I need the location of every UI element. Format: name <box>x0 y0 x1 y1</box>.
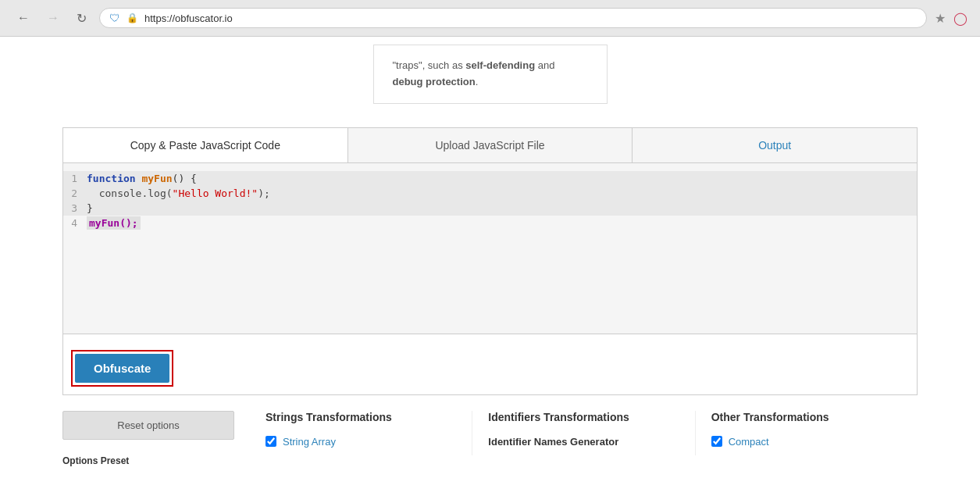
desc-text-after: . <box>476 76 479 87</box>
code-content-4: myFun(); <box>87 217 141 229</box>
reset-options-button[interactable]: Reset options <box>62 411 234 440</box>
tabs-container: Copy & Paste JavaScript Code Upload Java… <box>62 127 918 162</box>
obfuscate-button[interactable]: Obfuscate <box>75 354 169 383</box>
line-number-3: 3 <box>63 202 87 214</box>
description-card: "traps", such as self-defending and debu… <box>373 45 608 104</box>
other-transformations-title: Other Transformations <box>711 411 902 423</box>
string-array-checkbox[interactable] <box>265 436 276 447</box>
identifier-names-generator-label: Identifier Names Generator <box>488 436 679 448</box>
forward-button[interactable]: → <box>42 9 64 27</box>
compact-checkbox[interactable] <box>711 436 722 447</box>
tab-upload[interactable]: Upload JavaScript File <box>348 128 633 162</box>
main-container: Copy & Paste JavaScript Code Upload Java… <box>0 120 980 490</box>
bookmark-icon[interactable]: ★ <box>935 11 946 26</box>
browser-chrome: ← → ↻ 🛡 🔒 https://obfuscator.io ★ ◯ <box>0 0 980 37</box>
code-line-1: 1 function myFun() { <box>63 171 917 186</box>
strings-transformations-col: Strings Transformations String Array <box>250 411 472 455</box>
code-content-1: function myFun() { <box>87 173 197 184</box>
compact-label[interactable]: Compact <box>729 436 769 448</box>
shield-icon: 🛡 <box>109 12 120 24</box>
desc-text-middle: and <box>535 59 554 71</box>
line-number-2: 2 <box>63 187 87 199</box>
tab-output[interactable]: Output <box>633 128 917 162</box>
compact-option: Compact <box>711 436 902 448</box>
button-area: Obfuscate <box>62 334 918 395</box>
line-number-1: 1 <box>63 173 87 184</box>
line-number-4: 4 <box>63 217 87 229</box>
url-text: https://obfuscator.io <box>144 12 233 24</box>
options-left: Reset options Options Preset <box>62 411 250 466</box>
string-array-option: String Array <box>265 436 456 448</box>
obfuscate-button-wrapper: Obfuscate <box>71 350 173 387</box>
options-columns: Strings Transformations String Array Ide… <box>250 411 918 455</box>
identifiers-transformations-col: Identifiers Transformations Identifier N… <box>472 411 694 455</box>
desc-bold-debug: debug protection <box>393 76 476 87</box>
code-line-2: 2 console.log("Hello World!"); <box>63 186 917 201</box>
code-content-3: } <box>87 202 93 214</box>
reload-button[interactable]: ↻ <box>72 9 91 27</box>
top-description-area: "traps", such as self-defending and debu… <box>0 37 980 120</box>
page-content: "traps", such as self-defending and debu… <box>0 37 980 496</box>
string-array-label[interactable]: String Array <box>283 436 336 448</box>
desc-bold-self-defending: self-defending <box>465 59 535 71</box>
desc-text-before: "traps", such as <box>393 59 466 71</box>
pocket-icon[interactable]: ◯ <box>953 11 968 26</box>
identifiers-transformations-title: Identifiers Transformations <box>488 411 679 423</box>
code-line-4: 4 myFun(); <box>63 216 917 230</box>
back-button[interactable]: ← <box>12 9 34 27</box>
code-content-2: console.log("Hello World!"); <box>87 187 270 199</box>
address-bar[interactable]: 🛡 🔒 https://obfuscator.io <box>99 8 927 28</box>
options-section: Reset options Options Preset Strings Tra… <box>62 395 918 474</box>
other-transformations-col: Other Transformations Compact <box>695 411 918 455</box>
strings-transformations-title: Strings Transformations <box>265 411 456 423</box>
tab-paste[interactable]: Copy & Paste JavaScript Code <box>63 128 348 162</box>
code-line-3: 3 } <box>63 201 917 216</box>
lock-icon: 🔒 <box>127 12 138 23</box>
code-editor[interactable]: 1 function myFun() { 2 console.log("Hell… <box>62 162 918 334</box>
options-preset-label: Options Preset <box>62 455 250 466</box>
